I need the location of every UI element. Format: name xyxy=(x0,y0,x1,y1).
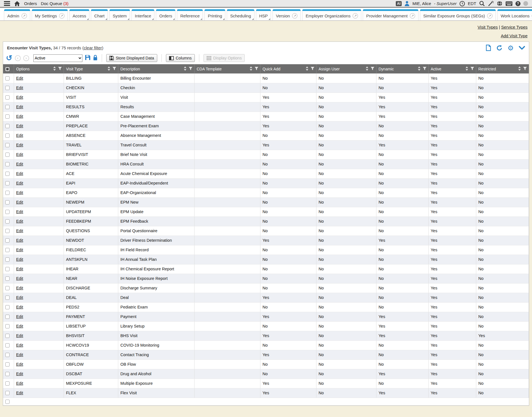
row-checkbox[interactable] xyxy=(5,324,10,328)
row-checkbox[interactable] xyxy=(5,353,10,357)
row-checkbox[interactable] xyxy=(5,343,10,347)
edit-link[interactable]: Edit xyxy=(16,133,23,138)
tab-admin[interactable]: Admin↗ xyxy=(4,9,30,20)
row-checkbox[interactable] xyxy=(5,95,10,100)
filter-icon[interactable] xyxy=(112,67,116,71)
clear-filter-link[interactable]: clear filter xyxy=(84,45,102,50)
edit-link[interactable]: Edit xyxy=(16,238,23,243)
edit-link[interactable]: Edit xyxy=(16,105,23,109)
filter-icon[interactable] xyxy=(470,67,474,71)
row-checkbox[interactable] xyxy=(5,210,10,214)
help-icon[interactable]: ? xyxy=(515,1,521,6)
sort-icon[interactable] xyxy=(366,66,369,72)
refresh-icon[interactable] xyxy=(496,45,503,51)
external-link-icon[interactable]: ↗ xyxy=(410,13,415,19)
external-link-icon[interactable]: ↗ xyxy=(292,13,297,19)
column-header-visit-type[interactable]: Visit Type xyxy=(64,64,118,73)
row-checkbox[interactable] xyxy=(5,76,10,80)
add-visit-type-link[interactable]: Add Visit Type xyxy=(501,33,528,38)
next-page-icon[interactable]: › xyxy=(23,55,29,61)
edit-link[interactable]: Edit xyxy=(16,114,23,119)
row-checkbox[interactable] xyxy=(5,162,10,166)
sort-icon[interactable] xyxy=(306,66,309,72)
edit-link[interactable]: Edit xyxy=(16,372,23,376)
column-header-active[interactable]: Active xyxy=(428,64,476,73)
filter-icon[interactable] xyxy=(189,67,193,71)
new-page-icon[interactable] xyxy=(486,45,491,51)
row-checkbox[interactable] xyxy=(5,200,10,204)
chevron-down-icon[interactable] xyxy=(519,46,525,50)
filter-icon[interactable] xyxy=(371,67,374,71)
row-checkbox[interactable] xyxy=(5,124,10,128)
lock-icon[interactable] xyxy=(93,55,98,62)
filter-icon[interactable] xyxy=(523,67,527,71)
row-checkbox[interactable] xyxy=(5,133,10,138)
edit-link[interactable]: Edit xyxy=(16,267,23,271)
tab-similar-exposure-groups-segs[interactable]: Similar Exposure Groups (SEGs)↗ xyxy=(420,9,496,20)
sort-icon[interactable] xyxy=(53,66,56,72)
user-name[interactable]: MIE, Alice xyxy=(412,1,431,6)
edit-link[interactable]: Edit xyxy=(16,324,23,328)
edit-link[interactable]: Edit xyxy=(16,286,23,290)
edit-link[interactable]: Edit xyxy=(16,200,23,204)
row-checkbox[interactable] xyxy=(5,248,10,252)
row-checkbox[interactable] xyxy=(5,86,10,90)
wand-icon[interactable] xyxy=(488,1,494,6)
external-link-icon[interactable]: ↗ xyxy=(22,13,27,19)
tab-interface[interactable]: Interface xyxy=(131,9,154,20)
edit-link[interactable]: Edit xyxy=(16,162,23,166)
filter-icon[interactable] xyxy=(311,67,314,71)
row-checkbox[interactable] xyxy=(5,372,10,376)
edit-link[interactable]: Edit xyxy=(16,181,23,185)
edit-link[interactable]: Edit xyxy=(16,76,23,80)
edit-link[interactable]: Edit xyxy=(16,143,23,147)
visit-types-link[interactable]: Visit Types xyxy=(478,25,498,29)
edit-link[interactable]: Edit xyxy=(16,209,23,214)
edit-link[interactable]: Edit xyxy=(16,248,23,252)
row-checkbox[interactable] xyxy=(5,143,10,147)
ai-icon[interactable]: AI xyxy=(396,1,402,6)
search-icon[interactable] xyxy=(479,1,485,6)
status-filter-select[interactable]: Active xyxy=(33,54,82,62)
tab-employer-organizations[interactable]: Employer Organizations↗ xyxy=(302,9,361,20)
edit-link[interactable]: Edit xyxy=(16,190,23,195)
row-checkbox[interactable] xyxy=(5,238,10,243)
edit-link[interactable]: Edit xyxy=(16,314,23,319)
row-checkbox[interactable] xyxy=(5,391,10,395)
tab-printing[interactable]: Printing xyxy=(204,9,225,20)
tab-work-locations[interactable]: Work Locations↗ xyxy=(497,9,532,20)
external-link-icon[interactable]: ↗ xyxy=(59,13,64,19)
column-header-description[interactable]: Description xyxy=(118,64,194,73)
select-all-checkbox[interactable] xyxy=(5,67,10,71)
column-header-dynamic[interactable]: Dynamic xyxy=(376,64,428,73)
edit-link[interactable]: Edit xyxy=(16,219,23,224)
row-checkbox[interactable] xyxy=(5,277,10,281)
sort-icon[interactable] xyxy=(518,66,521,72)
row-checkbox[interactable] xyxy=(5,267,10,271)
row-checkbox[interactable] xyxy=(5,286,10,290)
column-header-options[interactable]: Options xyxy=(14,64,64,73)
keyboard-icon[interactable] xyxy=(505,1,513,6)
select-all-footer-checkbox[interactable] xyxy=(5,400,10,404)
edit-link[interactable]: Edit xyxy=(16,171,23,176)
edit-link[interactable]: Edit xyxy=(16,333,23,338)
row-checkbox[interactable] xyxy=(5,362,10,367)
sort-icon[interactable] xyxy=(418,66,421,72)
undo-icon[interactable]: ↺ xyxy=(6,55,12,61)
column-header-assign-user[interactable]: Assign User xyxy=(316,64,376,73)
external-link-icon[interactable]: ↗ xyxy=(487,13,492,19)
row-checkbox[interactable] xyxy=(5,191,10,195)
sort-icon[interactable] xyxy=(107,66,110,72)
row-checkbox[interactable] xyxy=(5,229,10,233)
menu-doc-queue[interactable]: Doc Queue (3) xyxy=(41,1,68,6)
prev-page-icon[interactable]: ‹ xyxy=(15,55,21,61)
row-checkbox[interactable] xyxy=(5,257,10,262)
row-checkbox[interactable] xyxy=(5,334,10,338)
column-header-quick-add[interactable]: Quick Add xyxy=(260,64,316,73)
edit-link[interactable]: Edit xyxy=(16,305,23,309)
edit-link[interactable]: Edit xyxy=(16,257,23,262)
column-header-restricted[interactable]: Restricted xyxy=(476,64,529,73)
tab-hsp[interactable]: HSP xyxy=(256,9,271,20)
store-displayed-data-button[interactable]: Store Displayed Data xyxy=(106,54,157,62)
tab-chart[interactable]: Chart xyxy=(91,9,108,20)
